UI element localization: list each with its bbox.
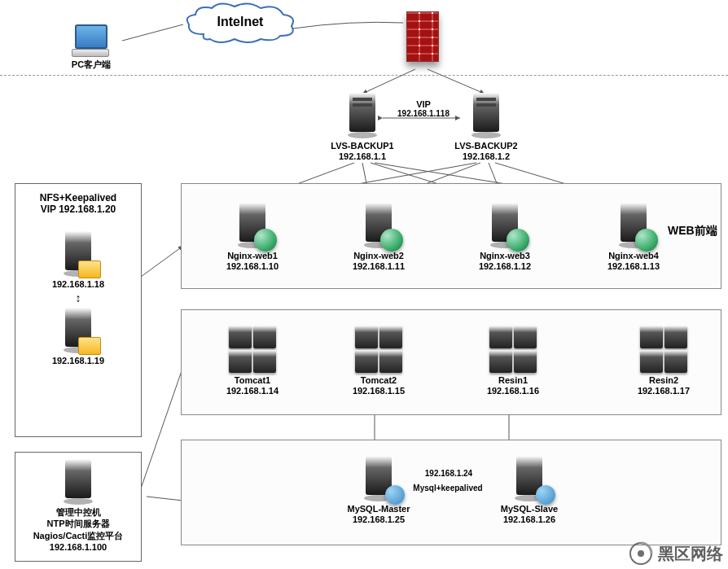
svg-point-19 [515, 495, 544, 501]
mysql-master-name: MySQL-Master [334, 503, 423, 514]
pc-label: PC客户端 [59, 59, 124, 70]
nfs1-ip: 192.168.1.18 [33, 278, 123, 290]
resin1-ip: 192.168.1.16 [468, 386, 558, 396]
web-zone-title: WEB前端 [668, 224, 717, 239]
nginx4-ip: 192.168.1.13 [593, 261, 674, 271]
svg-rect-7 [476, 103, 496, 107]
divider-line [0, 75, 728, 76]
nginx-web2: Nginx-web2 192.168.1.11 [338, 201, 419, 271]
svg-rect-6 [476, 98, 496, 101]
svg-rect-20 [65, 231, 91, 270]
nginx3-name: Nginx-web3 [464, 250, 546, 261]
vip-label-block: VIP 192.168.1.118 [391, 99, 456, 118]
server-folder-icon [62, 306, 94, 353]
cloud-label: Intelnet [179, 15, 301, 29]
nginx3-ip: 192.168.1.12 [464, 261, 546, 271]
nginx-web1: Nginx-web1 192.168.1.10 [212, 201, 293, 271]
mgmt-server [33, 457, 123, 505]
nfs-server1: 192.168.1.18 [33, 230, 123, 290]
svg-point-17 [364, 495, 393, 501]
db-zone [181, 440, 721, 545]
tomcat2: Tomcat2 192.168.1.15 [334, 326, 423, 396]
nginx4-name: Nginx-web4 [593, 250, 674, 261]
svg-point-13 [490, 242, 520, 248]
resin2: Resin2 192.168.1.17 [619, 326, 708, 396]
mysql-slave: MySQL-Slave 192.168.1.26 [485, 454, 574, 524]
db-ha: Mysql+keepalived [407, 484, 489, 492]
server-folder-icon [62, 230, 94, 277]
svg-point-9 [238, 242, 267, 248]
db-vip: 192.168.1.24 [414, 469, 484, 478]
server-grid-icon [355, 326, 402, 373]
vip-label: VIP [391, 99, 456, 109]
svg-point-1 [348, 132, 377, 138]
tomcat2-ip: 192.168.1.15 [334, 386, 423, 396]
server-globe-icon [362, 201, 395, 248]
mgmt-ip: 192.168.1.100 [15, 541, 141, 553]
nginx1-ip: 192.168.1.10 [212, 261, 293, 271]
svg-rect-8 [239, 203, 265, 242]
server-disk-icon [362, 454, 395, 501]
lvs2-ip: 192.168.1.2 [454, 151, 519, 161]
lvs2-name: LVS-BACKUP2 [454, 140, 519, 151]
nfs-server2: 192.168.1.19 [33, 306, 123, 366]
svg-point-27 [638, 550, 644, 557]
server-globe-icon [617, 201, 650, 248]
watermark-text: 黑区网络 [658, 543, 723, 565]
server-globe-icon [489, 201, 521, 248]
nfs-title2: VIP 192.168.1.20 [22, 204, 134, 215]
tomcat2-name: Tomcat2 [334, 374, 423, 386]
lvs-backup2: LVS-BACKUP2 192.168.1.2 [454, 91, 519, 161]
nginx2-name: Nginx-web2 [338, 250, 419, 261]
svg-point-25 [64, 498, 93, 505]
firewall-icon [401, 11, 442, 68]
svg-rect-12 [492, 203, 518, 242]
svg-rect-10 [366, 203, 392, 242]
svg-rect-3 [353, 103, 372, 107]
resin2-name: Resin2 [619, 374, 708, 386]
svg-point-5 [471, 132, 501, 138]
nfs-title1: NFS+Keepalived [22, 192, 134, 204]
tomcat1-name: Tomcat1 [208, 374, 297, 386]
svg-point-15 [619, 242, 648, 248]
lvs1-ip: 192.168.1.1 [330, 151, 395, 161]
tomcat1-ip: 192.168.1.14 [208, 386, 297, 396]
pc-icon [72, 24, 111, 57]
mysql-slave-name: MySQL-Slave [485, 503, 574, 514]
mysql-master-ip: 192.168.1.25 [334, 514, 423, 524]
svg-rect-22 [65, 308, 91, 347]
svg-rect-16 [366, 456, 392, 495]
lvs-backup1: LVS-BACKUP1 192.168.1.1 [330, 91, 395, 161]
server-icon [346, 91, 379, 138]
server-grid-icon [640, 326, 687, 373]
pc-client: PC客户端 [59, 24, 124, 70]
mgmt-box: 管理中控机 NTP时间服务器 Nagios/Cacti监控平台 192.168.… [15, 452, 142, 562]
nginx1-name: Nginx-web1 [212, 250, 293, 261]
server-globe-icon [236, 201, 269, 248]
mgmt-l2: NTP时间服务器 [15, 518, 141, 529]
nfs2-ip: 192.168.1.19 [33, 355, 123, 366]
mysql-slave-ip: 192.168.1.26 [485, 514, 574, 524]
svg-rect-24 [65, 459, 91, 498]
nginx-web4: Nginx-web4 192.168.1.13 [593, 201, 674, 271]
svg-rect-2 [353, 98, 372, 101]
server-disk-icon [513, 454, 546, 501]
svg-point-11 [364, 242, 393, 248]
server-grid-icon [489, 326, 537, 373]
resin2-ip: 192.168.1.17 [619, 386, 708, 396]
server-icon [470, 91, 502, 138]
watermark-icon [629, 541, 653, 566]
mgmt-l3: Nagios/Cacti监控平台 [15, 530, 141, 541]
nginx-web3: Nginx-web3 192.168.1.12 [464, 201, 546, 271]
nfs-box: NFS+Keepalived VIP 192.168.1.20 192.168.… [15, 183, 142, 437]
svg-point-21 [64, 270, 93, 277]
watermark: 黑区网络 [629, 541, 723, 566]
nfs-link-icon: ↕ [68, 291, 89, 304]
server-icon [62, 457, 94, 505]
mgmt-l1: 管理中控机 [15, 506, 141, 518]
firewall [397, 11, 446, 68]
internet-cloud: Intelnet [179, 2, 301, 46]
server-grid-icon [229, 326, 276, 373]
resin1-name: Resin1 [468, 374, 558, 386]
tomcat1: Tomcat1 192.168.1.14 [208, 326, 297, 396]
